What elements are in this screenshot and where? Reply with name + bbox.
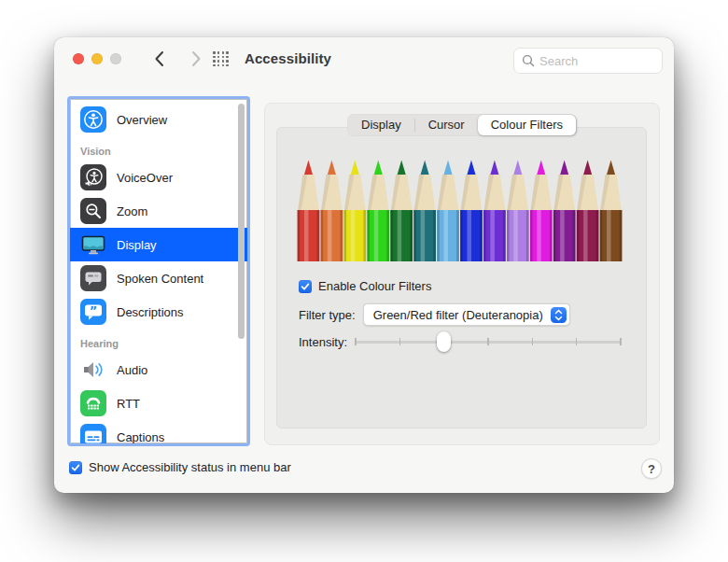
desktop: Accessibility OverviewVision VoiceOver Z…	[0, 0, 728, 562]
descriptions-icon: ”	[80, 299, 106, 325]
slider-tick	[532, 338, 534, 345]
filter-type-row: Filter type: Green/Red filter (Deuterano…	[299, 303, 570, 326]
display-icon	[80, 232, 106, 258]
search-icon	[522, 54, 535, 67]
sidebar: OverviewVision VoiceOver Zoom Display Sp…	[67, 96, 250, 446]
slider-tick	[576, 338, 578, 345]
show-status-checkbox[interactable]	[69, 461, 82, 474]
check-icon	[301, 282, 310, 291]
zoom-icon	[80, 198, 106, 224]
sidebar-item-label: Audio	[117, 363, 147, 377]
sidebar-item-captions[interactable]: Captions	[70, 420, 247, 443]
sidebar-section-hearing: Hearing	[70, 329, 247, 353]
window-title: Accessibility	[245, 50, 331, 66]
filter-type-value: Green/Red filter (Deuteranopia)	[373, 308, 543, 322]
slider-tick	[487, 338, 489, 345]
intensity-label: Intensity:	[299, 335, 347, 349]
traffic-lights	[73, 53, 121, 64]
sidebar-item-descriptions[interactable]: ”Descriptions	[70, 295, 247, 329]
filter-type-label: Filter type:	[299, 308, 356, 322]
sidebar-item-label: Captions	[117, 430, 164, 444]
sidebar-item-label: RTT	[117, 397, 140, 411]
slider-tick	[355, 338, 357, 345]
show-all-grid-icon[interactable]	[213, 51, 229, 66]
sidebar-list: OverviewVision VoiceOver Zoom Display Sp…	[70, 99, 247, 443]
colour-filters-group: Enable Colour Filters Filter type: Green…	[276, 127, 647, 429]
coloured-pencils-image	[297, 156, 623, 261]
intensity-row: Intensity:	[299, 330, 621, 353]
sidebar-item-label: VoiceOver	[117, 171, 173, 185]
footer: Show Accessibility status in menu bar	[69, 460, 291, 474]
chevron-right-icon	[191, 50, 202, 67]
tab-display[interactable]: Display	[348, 115, 414, 135]
nav-buttons	[147, 48, 207, 70]
help-button[interactable]: ?	[641, 458, 662, 479]
enable-colour-filters-label: Enable Colour Filters	[318, 279, 431, 293]
sidebar-item-spoken-content[interactable]: Spoken Content	[70, 261, 247, 295]
enable-colour-filters-checkbox[interactable]	[299, 280, 312, 293]
tab-bar: DisplayCursorColour Filters	[347, 114, 577, 136]
enable-colour-filters-row: Enable Colour Filters	[299, 279, 431, 293]
back-button[interactable]	[147, 48, 170, 70]
search-field[interactable]	[513, 48, 663, 74]
help-label: ?	[648, 462, 655, 476]
svg-text:”: ”	[90, 303, 98, 317]
sidebar-item-audio[interactable]: Audio	[70, 353, 247, 386]
sidebar-item-display[interactable]: Display	[70, 228, 247, 261]
search-input[interactable]	[539, 54, 642, 68]
tab-colour-filters[interactable]: Colour Filters	[478, 115, 576, 135]
minimize-button[interactable]	[91, 53, 103, 64]
sidebar-item-zoom[interactable]: Zoom	[70, 194, 247, 228]
sidebar-item-label: Display	[117, 238, 157, 252]
sidebar-item-voiceover[interactable]: VoiceOver	[70, 161, 247, 194]
dropdown-stepper-icon	[551, 307, 567, 323]
check-icon	[71, 463, 80, 472]
audio-icon	[80, 357, 106, 383]
tab-cursor[interactable]: Cursor	[415, 115, 478, 135]
close-button[interactable]	[73, 53, 84, 64]
chevron-left-icon	[154, 50, 164, 67]
show-status-label: Show Accessibility status in menu bar	[89, 460, 291, 474]
sidebar-item-label: Descriptions	[117, 305, 184, 319]
zoom-window-button	[110, 53, 121, 64]
filter-type-dropdown[interactable]: Green/Red filter (Deuteranopia)	[363, 303, 570, 326]
sidebar-section-vision: Vision	[70, 136, 247, 161]
rtt-icon	[80, 390, 106, 416]
sidebar-item-rtt[interactable]: RTT	[70, 386, 247, 420]
sidebar-item-overview[interactable]: Overview	[70, 103, 247, 136]
slider-tick	[620, 338, 622, 345]
slider-tick	[399, 338, 401, 345]
title-bar: Accessibility	[54, 37, 674, 80]
captions-icon	[80, 424, 106, 443]
sidebar-item-label: Zoom	[117, 204, 147, 218]
overview-icon	[80, 106, 106, 133]
voiceover-icon	[80, 164, 106, 190]
accessibility-window: Accessibility OverviewVision VoiceOver Z…	[54, 37, 674, 493]
spoken-content-icon	[80, 265, 106, 291]
sidebar-item-label: Spoken Content	[117, 272, 203, 286]
forward-button	[185, 48, 207, 70]
detail-pane: DisplayCursorColour Filters Enable Colou…	[264, 103, 660, 445]
intensity-slider[interactable]	[356, 330, 621, 353]
sidebar-scrollbar[interactable]	[238, 104, 245, 339]
slider-thumb[interactable]	[437, 331, 451, 352]
sidebar-item-label: Overview	[117, 113, 167, 127]
